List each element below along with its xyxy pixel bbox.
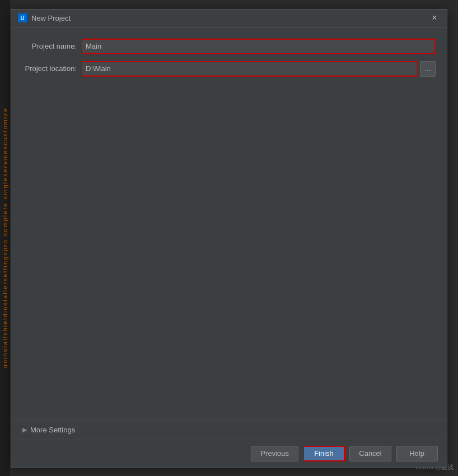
dialog-overlay: U New Project × Project name: Project lo… — [0, 0, 458, 476]
dialog-title: New Project — [31, 14, 71, 22]
more-settings-arrow-icon: ▶ — [22, 426, 27, 433]
new-project-dialog: U New Project × Project name: Project lo… — [11, 9, 447, 468]
project-name-row: Project name: — [22, 39, 436, 54]
project-name-input-wrapper — [81, 39, 436, 54]
project-location-input[interactable] — [81, 61, 418, 77]
more-settings-row[interactable]: ▶ More Settings — [11, 420, 447, 440]
project-name-label: Project name: — [22, 42, 81, 50]
help-button[interactable]: Help — [396, 446, 438, 461]
dialog-title-left: U New Project — [18, 13, 71, 22]
project-name-input[interactable] — [81, 39, 436, 54]
dialog-footer: Previous Finish Cancel Help — [11, 440, 447, 467]
project-location-label: Project location: — [22, 64, 81, 73]
more-settings-label: More Settings — [30, 426, 75, 434]
browse-button[interactable]: ... — [420, 61, 436, 77]
dialog-content: Project name: Project location: ... — [11, 27, 447, 420]
finish-button[interactable]: Finish — [303, 446, 345, 461]
project-location-input-wrapper: ... — [81, 61, 436, 77]
dialog-app-icon: U — [18, 13, 27, 22]
dialog-close-button[interactable]: × — [429, 12, 440, 23]
project-location-row: Project location: ... — [22, 61, 436, 77]
empty-area — [22, 83, 436, 408]
previous-button[interactable]: Previous — [251, 446, 298, 461]
cancel-button[interactable]: Cancel — [349, 446, 391, 461]
dialog-titlebar: U New Project × — [11, 10, 447, 27]
